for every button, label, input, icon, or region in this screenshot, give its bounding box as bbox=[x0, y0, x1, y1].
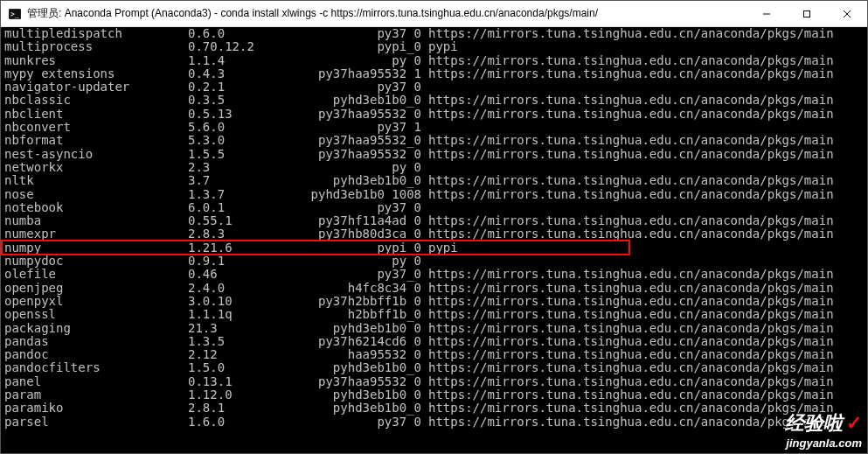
pkg-version: 5.3.0 bbox=[188, 134, 310, 147]
pkg-build: py37h2bbff1b_0 bbox=[310, 295, 428, 308]
pkg-build: pyhd3eb1b0_0 bbox=[310, 174, 428, 187]
pkg-name: numpydoc bbox=[4, 255, 188, 268]
package-row: panel0.13.1py37haa95532_0https://mirrors… bbox=[4, 375, 864, 388]
package-row: packaging21.3pyhd3eb1b0_0https://mirrors… bbox=[4, 322, 864, 335]
package-row: multipledispatch0.6.0py37_0https://mirro… bbox=[4, 27, 864, 40]
pkg-channel: https://mirrors.tuna.tsinghua.edu.cn/ana… bbox=[428, 348, 864, 361]
pkg-channel bbox=[428, 255, 864, 268]
pkg-version: 1.3.5 bbox=[188, 335, 310, 348]
package-row: olefile0.46py37_0https://mirrors.tuna.ts… bbox=[4, 268, 864, 281]
pkg-build: py37haa95532_0 bbox=[310, 148, 428, 161]
pkg-name: param bbox=[4, 388, 188, 402]
pkg-channel: https://mirrors.tuna.tsinghua.edu.cn/ana… bbox=[428, 402, 864, 415]
package-row: pandas1.3.5py37h6214cd6_0https://mirrors… bbox=[4, 335, 864, 348]
pkg-channel: pypi bbox=[428, 40, 864, 53]
pkg-channel bbox=[428, 201, 864, 214]
pkg-name: panel bbox=[4, 375, 188, 388]
package-row: numexpr2.8.3py37hb80d3ca_0https://mirror… bbox=[4, 227, 864, 241]
pkg-build: py37_0 bbox=[310, 27, 428, 40]
pkg-version: 1.5.0 bbox=[188, 361, 310, 374]
pkg-name: numexpr bbox=[4, 227, 188, 241]
pkg-version: 0.46 bbox=[188, 268, 310, 281]
svg-rect-4 bbox=[804, 10, 810, 17]
minimize-button[interactable] bbox=[746, 1, 787, 27]
pkg-name: packaging bbox=[4, 322, 188, 335]
pkg-version: 1.3.7 bbox=[188, 188, 310, 201]
pkg-version: 2.12 bbox=[188, 348, 310, 361]
maximize-button[interactable] bbox=[787, 1, 827, 27]
titlebar[interactable]: >_ 管理员: Anaconda Prompt (Anaconda3) - co… bbox=[1, 1, 867, 27]
pkg-build: pypi_0 bbox=[310, 241, 428, 255]
package-row: nbclient0.5.13py37haa95532_0https://mirr… bbox=[4, 108, 864, 121]
pkg-version: 3.0.10 bbox=[188, 295, 310, 308]
pkg-build: py37haa95532_1 bbox=[310, 67, 428, 80]
pkg-build: py37haa95532_0 bbox=[310, 375, 428, 388]
package-row: numpy1.21.6pypi_0pypi bbox=[4, 241, 864, 255]
pkg-version: 2.3 bbox=[188, 161, 310, 174]
pkg-version: 21.3 bbox=[188, 322, 310, 335]
pkg-name: nbclient bbox=[4, 108, 188, 121]
pkg-version: 0.9.1 bbox=[188, 255, 310, 268]
pkg-channel: pypi bbox=[428, 241, 864, 255]
pkg-version: 0.4.3 bbox=[188, 67, 310, 80]
pkg-name: navigator-updater bbox=[4, 80, 188, 94]
pkg-name: nbconvert bbox=[4, 121, 188, 134]
pkg-build: py37hf11a4ad_0 bbox=[310, 214, 428, 227]
pkg-name: numpy bbox=[4, 241, 188, 255]
pkg-version: 1.21.6 bbox=[188, 241, 310, 255]
package-row: nbclassic0.3.5pyhd3eb1b0_0https://mirror… bbox=[4, 94, 864, 107]
pkg-channel: https://mirrors.tuna.tsinghua.edu.cn/ana… bbox=[428, 322, 864, 335]
pkg-build: py37_0 bbox=[310, 416, 428, 429]
svg-text:>_: >_ bbox=[10, 10, 19, 18]
package-row: nltk3.7pyhd3eb1b0_0https://mirrors.tuna.… bbox=[4, 174, 864, 187]
app-icon: >_ bbox=[8, 7, 22, 21]
pkg-build: py_0 bbox=[310, 161, 428, 174]
pkg-channel: https://mirrors.tuna.tsinghua.edu.cn/ana… bbox=[428, 188, 864, 201]
pkg-name: pandas bbox=[4, 335, 188, 348]
pkg-channel: https://mirrors.tuna.tsinghua.edu.cn/ana… bbox=[428, 54, 864, 67]
pkg-channel: https://mirrors.tuna.tsinghua.edu.cn/ana… bbox=[428, 214, 864, 227]
pkg-version: 0.5.13 bbox=[188, 108, 310, 121]
pkg-build: pyhd3eb1b0_0 bbox=[310, 402, 428, 415]
package-row: nbconvert5.6.0py37_1 bbox=[4, 121, 864, 134]
package-row: parsel1.6.0py37_0https://mirrors.tuna.ts… bbox=[4, 416, 864, 429]
pkg-channel bbox=[428, 161, 864, 174]
pkg-channel: https://mirrors.tuna.tsinghua.edu.cn/ana… bbox=[428, 148, 864, 161]
pkg-name: openpyxl bbox=[4, 295, 188, 308]
pkg-channel: https://mirrors.tuna.tsinghua.edu.cn/ana… bbox=[428, 227, 864, 241]
package-row: nbformat5.3.0py37haa95532_0https://mirro… bbox=[4, 134, 864, 147]
pkg-name: nose bbox=[4, 188, 188, 201]
pkg-build: py37_0 bbox=[310, 268, 428, 281]
pkg-version: 2.8.3 bbox=[188, 227, 310, 241]
pkg-channel: https://mirrors.tuna.tsinghua.edu.cn/ana… bbox=[428, 282, 864, 295]
pkg-version: 1.5.5 bbox=[188, 148, 310, 161]
pkg-build: pyhd3eb1b0_0 bbox=[310, 94, 428, 107]
package-row: openjpeg2.4.0h4fc8c34_0https://mirrors.t… bbox=[4, 282, 864, 295]
pkg-name: parsel bbox=[4, 416, 188, 429]
pkg-version: 1.1.4 bbox=[188, 54, 310, 67]
pkg-channel: https://mirrors.tuna.tsinghua.edu.cn/ana… bbox=[428, 67, 864, 80]
pkg-build: py37hb80d3ca_0 bbox=[310, 227, 428, 241]
pkg-version: 0.3.5 bbox=[188, 94, 310, 107]
pkg-channel: https://mirrors.tuna.tsinghua.edu.cn/ana… bbox=[428, 388, 864, 402]
pkg-name: nest-asyncio bbox=[4, 148, 188, 161]
pkg-name: networkx bbox=[4, 161, 188, 174]
package-row: nest-asyncio1.5.5py37haa95532_0https://m… bbox=[4, 148, 864, 161]
package-row: networkx2.3py_0 bbox=[4, 161, 864, 174]
package-row: numba0.55.1py37hf11a4ad_0https://mirrors… bbox=[4, 214, 864, 227]
pkg-channel: https://mirrors.tuna.tsinghua.edu.cn/ana… bbox=[428, 361, 864, 374]
pkg-version: 1.12.0 bbox=[188, 388, 310, 402]
pkg-version: 2.4.0 bbox=[188, 282, 310, 295]
pkg-name: nltk bbox=[4, 174, 188, 187]
pkg-version: 6.0.1 bbox=[188, 201, 310, 214]
terminal-output[interactable]: multipledispatch0.6.0py37_0https://mirro… bbox=[1, 27, 867, 453]
pkg-build: pyhd3eb1b0_1008 bbox=[310, 188, 428, 201]
close-button[interactable] bbox=[827, 1, 867, 27]
package-row: multiprocess0.70.12.2pypi_0pypi bbox=[4, 40, 864, 53]
pkg-build: h2bbff1b_0 bbox=[310, 308, 428, 321]
pkg-name: pandocfilters bbox=[4, 361, 188, 374]
package-row: param1.12.0pyhd3eb1b0_0https://mirrors.t… bbox=[4, 388, 864, 402]
pkg-version: 1.6.0 bbox=[188, 416, 310, 429]
package-row: pandocfilters1.5.0pyhd3eb1b0_0https://mi… bbox=[4, 361, 864, 374]
pkg-channel: https://mirrors.tuna.tsinghua.edu.cn/ana… bbox=[428, 268, 864, 281]
